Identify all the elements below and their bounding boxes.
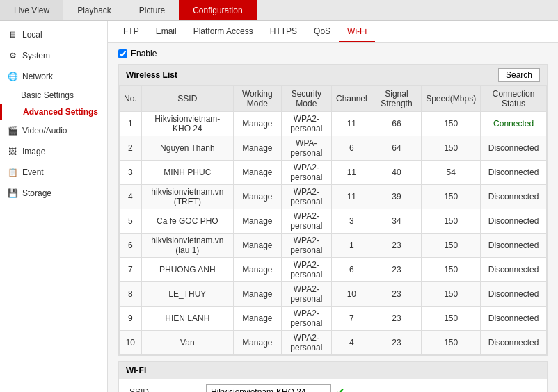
cell-speed: 150 bbox=[422, 112, 481, 136]
cell-no: 3 bbox=[120, 161, 142, 185]
col-channel: Channel bbox=[331, 86, 372, 112]
cell-no: 8 bbox=[120, 282, 142, 307]
table-row[interactable]: 1 Hikvisionvietnam-KHO 24 Manage WPA2-pe… bbox=[120, 112, 547, 136]
image-icon: 🖼 bbox=[7, 146, 18, 157]
enable-checkbox[interactable] bbox=[118, 49, 127, 58]
cell-channel: 10 bbox=[331, 282, 372, 307]
cell-ssid: hikvisionvietnam.vn (TRET) bbox=[141, 185, 233, 209]
table-row[interactable]: 2 Nguyen Thanh Manage WPA-personal 6 64 … bbox=[120, 136, 547, 161]
cell-signal: 40 bbox=[372, 161, 421, 185]
sidebar-item-video-audio[interactable]: 🎬 Video/Audio bbox=[0, 120, 107, 141]
content-area: Enable Wireless List Search No. SSID Wor… bbox=[108, 43, 558, 392]
table-row[interactable]: 7 PHUONG ANH Manage WPA2-personal 6 23 1… bbox=[120, 258, 547, 282]
tab-platform-access[interactable]: Platform Access bbox=[185, 21, 262, 42]
cell-channel: 1 bbox=[331, 234, 372, 258]
wireless-list-header: Wireless List Search bbox=[119, 65, 547, 85]
cell-speed: 54 bbox=[422, 161, 481, 185]
cell-security: WPA-personal bbox=[281, 136, 331, 161]
cell-security: WPA2-personal bbox=[281, 209, 331, 234]
table-row[interactable]: 9 HIEN LANH Manage WPA2-personal 7 23 15… bbox=[120, 307, 547, 331]
cell-no: 1 bbox=[120, 112, 142, 136]
cell-speed: 150 bbox=[422, 258, 481, 282]
table-row[interactable]: 10 Van Manage WPA2-personal 4 23 150 Dis… bbox=[120, 331, 547, 355]
cell-security: WPA2-personal bbox=[281, 331, 331, 355]
cell-speed: 150 bbox=[422, 331, 481, 355]
tab-https[interactable]: HTTPS bbox=[262, 21, 305, 42]
cell-security: WPA2-personal bbox=[281, 234, 331, 258]
cell-ssid: Van bbox=[141, 331, 233, 355]
sidebar-item-network[interactable]: 🌐 Network bbox=[0, 66, 107, 87]
search-button[interactable]: Search bbox=[498, 68, 540, 82]
table-row[interactable]: 8 LE_THUY Manage WPA2-personal 10 23 150… bbox=[120, 282, 547, 307]
cell-signal: 23 bbox=[372, 234, 421, 258]
ssid-check-icon: ✔ bbox=[335, 386, 344, 393]
cell-channel: 6 bbox=[331, 136, 372, 161]
system-icon: ⚙ bbox=[7, 50, 18, 61]
network-icon: 🌐 bbox=[7, 71, 18, 82]
sidebar: 🖥 Local ⚙ System 🌐 Network Basic Setting… bbox=[0, 21, 108, 392]
wifi-form-header: Wi-Fi bbox=[119, 362, 547, 379]
wifi-form-content: SSID ✔ Network Mode Manage Ad-Hoc bbox=[119, 379, 547, 392]
nav-configuration[interactable]: Configuration bbox=[179, 0, 256, 20]
cell-speed: 150 bbox=[422, 136, 481, 161]
cell-signal: 23 bbox=[372, 307, 421, 331]
sidebar-item-local[interactable]: 🖥 Local bbox=[0, 24, 107, 45]
cell-security: WPA2-personal bbox=[281, 282, 331, 307]
cell-speed: 150 bbox=[422, 234, 481, 258]
cell-mode: Manage bbox=[233, 185, 281, 209]
sidebar-item-advanced-settings[interactable]: Advanced Settings bbox=[0, 104, 107, 120]
col-signal: Signal Strength bbox=[372, 86, 421, 112]
cell-no: 6 bbox=[120, 234, 142, 258]
table-row[interactable]: 5 Ca fe GOC PHO Manage WPA2-personal 3 3… bbox=[120, 209, 547, 234]
nav-playback[interactable]: Playback bbox=[63, 0, 125, 20]
cell-status: Disconnected bbox=[481, 282, 547, 307]
cell-channel: 6 bbox=[331, 258, 372, 282]
cell-signal: 34 bbox=[372, 209, 421, 234]
cell-mode: Manage bbox=[233, 112, 281, 136]
table-row[interactable]: 4 hikvisionvietnam.vn (TRET) Manage WPA2… bbox=[120, 185, 547, 209]
cell-ssid: Hikvisionvietnam-KHO 24 bbox=[141, 112, 233, 136]
sidebar-item-image[interactable]: 🖼 Image bbox=[0, 141, 107, 162]
cell-mode: Manage bbox=[233, 161, 281, 185]
cell-signal: 66 bbox=[372, 112, 421, 136]
sidebar-item-system[interactable]: ⚙ System bbox=[0, 45, 107, 66]
table-row[interactable]: 3 MINH PHUC Manage WPA2-personal 11 40 5… bbox=[120, 161, 547, 185]
storage-icon: 💾 bbox=[7, 188, 18, 199]
cell-status: Disconnected bbox=[481, 161, 547, 185]
nav-live-view[interactable]: Live View bbox=[0, 0, 63, 20]
sidebar-item-event[interactable]: 📋 Event bbox=[0, 162, 107, 183]
wifi-form-section: Wi-Fi SSID ✔ Network Mode Manage bbox=[118, 361, 548, 392]
col-no: No. bbox=[120, 86, 142, 112]
cell-security: WPA2-personal bbox=[281, 112, 331, 136]
cell-mode: Manage bbox=[233, 307, 281, 331]
cell-mode: Manage bbox=[233, 209, 281, 234]
cell-mode: Manage bbox=[233, 234, 281, 258]
cell-ssid: PHUONG ANH bbox=[141, 258, 233, 282]
local-icon: 🖥 bbox=[7, 29, 18, 40]
cell-channel: 11 bbox=[331, 185, 372, 209]
sidebar-item-basic-settings[interactable]: Basic Settings bbox=[0, 87, 107, 104]
table-row[interactable]: 6 hikvisionvietnam.vn (lau 1) Manage WPA… bbox=[120, 234, 547, 258]
wireless-table: No. SSID Working Mode Security Mode Chan… bbox=[119, 85, 547, 355]
cell-status: Disconnected bbox=[481, 331, 547, 355]
cell-status: Disconnected bbox=[481, 136, 547, 161]
cell-channel: 4 bbox=[331, 331, 372, 355]
event-icon: 📋 bbox=[7, 167, 18, 178]
col-security-mode: Security Mode bbox=[281, 86, 331, 112]
cell-ssid: Nguyen Thanh bbox=[141, 136, 233, 161]
tab-qos[interactable]: QoS bbox=[305, 21, 339, 42]
ssid-input[interactable] bbox=[206, 384, 331, 392]
cell-signal: 23 bbox=[372, 258, 421, 282]
cell-signal: 23 bbox=[372, 331, 421, 355]
wireless-list-title: Wireless List bbox=[126, 70, 177, 80]
nav-picture[interactable]: Picture bbox=[125, 0, 179, 20]
cell-signal: 64 bbox=[372, 136, 421, 161]
ssid-label: SSID bbox=[129, 387, 206, 392]
sidebar-item-storage[interactable]: 💾 Storage bbox=[0, 183, 107, 204]
tab-email[interactable]: Email bbox=[148, 21, 185, 42]
cell-no: 5 bbox=[120, 209, 142, 234]
tab-wifi[interactable]: Wi-Fi bbox=[339, 21, 375, 42]
cell-status: Disconnected bbox=[481, 209, 547, 234]
tab-ftp[interactable]: FTP bbox=[115, 21, 148, 42]
cell-ssid: Ca fe GOC PHO bbox=[141, 209, 233, 234]
